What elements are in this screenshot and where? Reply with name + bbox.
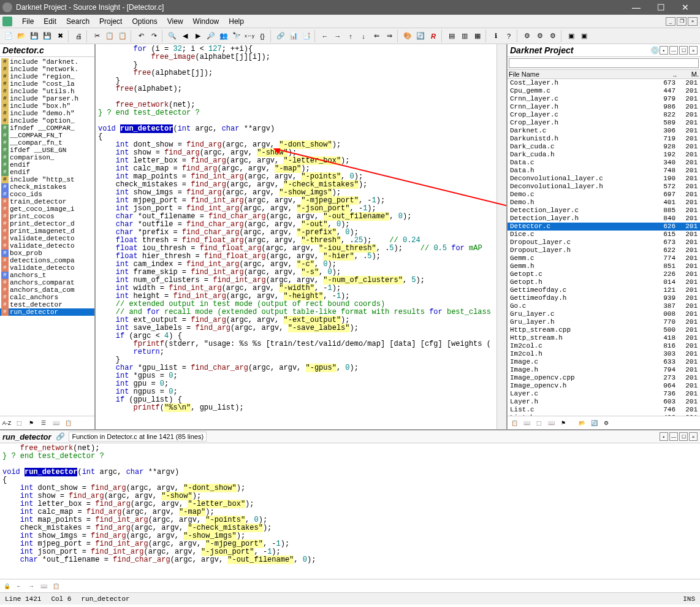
file-item[interactable]: Gemm.c774201 [508,254,700,262]
symbol-item[interactable]: # comparison_ [0,154,94,161]
jump-caller-icon[interactable]: ⇒ [383,30,395,42]
close-button[interactable]: ✕ [673,0,698,15]
file-item[interactable]: Gettimeofday.c121201 [508,286,700,294]
symbol-icon[interactable]: 📊 [287,30,300,42]
copy-panel-icon[interactable]: 📋 [63,418,74,429]
sync-icon[interactable]: 🔄 [414,30,427,42]
mdi-restore-button[interactable]: ❐ [677,17,687,26]
redo-icon[interactable]: ↷ [148,30,160,42]
file-item[interactable]: Cost_layer.h673201 [508,79,700,87]
symbol-item[interactable]: #anchors_data_com [0,286,94,294]
file-item[interactable]: Cpu_gemm.c447201 [508,87,700,95]
file-item[interactable]: Darknet.c306201 [508,127,700,135]
relation-icon[interactable]: 🔗 [275,30,287,42]
find-next-icon[interactable]: ▶ [192,30,204,42]
ctx-back-icon[interactable]: ← [13,581,25,592]
rp-view5-icon[interactable]: ⚑ [558,418,569,429]
file-item[interactable]: Dark_cuda.h192201 [508,151,700,159]
panel-maximize-icon[interactable]: ☐ [679,46,688,55]
extra3-icon[interactable]: ⚙ [547,30,559,42]
context-code-view[interactable]: free_network(net); } ? end test_detector… [0,443,700,579]
symbol-item[interactable]: #train_detector [0,198,94,205]
symbol-item[interactable]: #detections_compa [0,257,94,264]
browse-icon[interactable]: 👥 [218,30,230,42]
file-item[interactable]: Detection_layer.c885201 [508,207,700,215]
symbol-item[interactable]: #check_mistakes [0,183,94,191]
file-item[interactable]: Http_stream.h418201 [508,334,700,342]
symbol-item[interactable]: #anchors_t [0,272,94,279]
copy-icon[interactable]: 📋 [104,30,116,42]
ctx-close-icon[interactable]: × [689,432,698,441]
file-item[interactable]: Crnn_layer.c979201 [508,95,700,103]
file-item[interactable]: Dice.c615201 [508,231,700,239]
file-item[interactable]: Getopt.c226201 [508,270,700,278]
info-icon[interactable]: ℹ [490,30,502,42]
go-back-icon[interactable]: ← [319,30,331,42]
menu-options[interactable]: Options [127,16,162,27]
symbol-list[interactable]: #include "darknet.#include "network.#inc… [0,57,94,416]
symbol-item[interactable]: #validate_detecto [0,242,94,250]
file-item[interactable]: Image_opencv.cpp273201 [508,374,700,382]
rp-view2-icon[interactable]: 📖 [521,418,532,429]
file-item[interactable]: Dropout_layer.h622201 [508,246,700,254]
tree-icon[interactable]: ☰ [38,418,49,429]
file-item[interactable]: Detection_layer.h840201 [508,215,700,223]
go-forward-icon[interactable]: → [332,30,344,42]
extra5-icon[interactable]: ▣ [578,30,590,42]
file-item[interactable]: Deconvolutional_layer.c190201 [508,175,700,183]
rp-sync-icon[interactable]: 🔄 [588,418,599,429]
tile-h-icon[interactable]: ▤ [446,30,458,42]
help-icon[interactable]: ? [503,30,515,42]
symbol-item[interactable]: #anchors_comparat [0,279,94,286]
file-item[interactable]: Getopt.h014201 [508,278,700,286]
search-files-icon[interactable]: 🔎 [205,30,217,42]
panel-pin-icon[interactable]: ▪ [660,46,668,55]
filter-icon[interactable]: ⚑ [26,418,37,429]
paste-icon[interactable]: 📋 [116,30,129,42]
symbol-item[interactable]: # ifdef __USE_GN [0,147,94,154]
file-item[interactable]: Crnn_layer.h986201 [508,103,700,111]
menu-search[interactable]: Search [61,16,94,27]
file-item[interactable]: Demo.c697201 [508,191,700,199]
menu-window[interactable]: Window [188,16,224,27]
vertical-scrollbar[interactable] [496,44,506,429]
new-file-icon[interactable]: 📄 [2,30,15,42]
symbol-item[interactable]: #validate_detecto [0,235,94,242]
file-item[interactable]: Image_opencv.h064201 [508,382,700,390]
find-prev-icon[interactable]: ◀ [179,30,191,42]
symbol-item[interactable]: #include "box.h" [0,102,94,110]
context-link-icon[interactable]: 🔗 [56,432,65,441]
symbol-item[interactable]: #box_prob [0,250,94,257]
go-up-icon[interactable]: ↑ [344,30,357,42]
file-item[interactable]: Layer.c736201 [508,390,700,398]
file-item[interactable]: Gettimeofday.h939201 [508,294,700,302]
file-filter-input[interactable] [509,58,699,68]
ctx-lock-icon[interactable]: 🔒 [1,581,12,592]
file-item[interactable]: Http_stream.cpp500201 [508,326,700,334]
symbol-item[interactable]: #include "demo.h" [0,110,94,117]
symbol-item[interactable]: #print_cocos [0,213,94,220]
menu-file[interactable]: File [17,16,39,27]
symbol-item[interactable]: #coco_ids [0,191,94,198]
menu-edit[interactable]: Edit [39,16,61,27]
save-all-icon[interactable]: 💾 [41,30,53,42]
symbol-item[interactable]: #include "darknet. [0,58,94,66]
group-icon[interactable]: ⬚ [13,418,25,429]
symbol-item[interactable]: #endif [0,169,94,176]
rp-settings-icon[interactable]: ⚙ [601,418,612,429]
bookmark-icon[interactable]: {} [256,30,268,42]
rp-add-icon[interactable]: 📂 [576,418,587,429]
go-down-icon[interactable]: ↓ [357,30,370,42]
cut-icon[interactable]: ✂ [91,30,103,42]
symbol-item[interactable]: #include "option_ [0,117,94,124]
file-item[interactable]: Crop_layer.h589201 [508,119,700,127]
symbol-item[interactable]: #print_detector_d [0,220,94,227]
panel-close-icon[interactable]: × [689,46,698,55]
file-list[interactable]: Cost_layer.h673201Cpu_gemm.c447201Crnn_l… [508,79,700,416]
ctx-pin-icon[interactable]: ▪ [660,432,668,441]
jump-def-icon[interactable]: ⇐ [370,30,382,42]
rp-view3-icon[interactable]: ⬚ [533,418,544,429]
ctx-copy-icon[interactable]: 📋 [50,581,61,592]
file-item[interactable]: Demo.h401201 [508,199,700,207]
minimize-button[interactable]: — [624,0,649,15]
